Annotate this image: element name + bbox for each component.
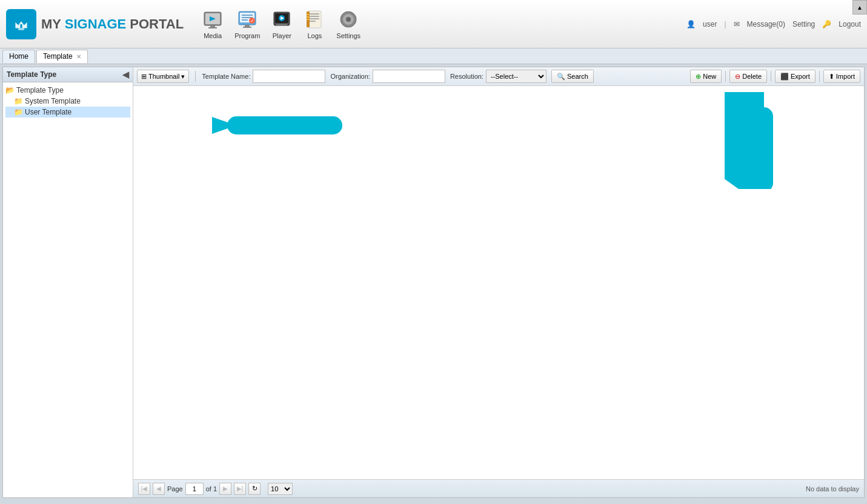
sidebar-collapse-button[interactable]: ◀ — [122, 70, 129, 79]
scroll-top-button[interactable]: ▲ — [852, 0, 867, 15]
logo-area: MY SIGNAGE PORTAL — [6, 9, 184, 39]
new-label: New — [703, 73, 716, 80]
media-icon — [202, 8, 224, 30]
svg-text:✓: ✓ — [250, 18, 254, 24]
program-icon: ✓ — [236, 8, 258, 30]
tab-home[interactable]: Home — [2, 50, 35, 63]
thumbnail-grid-icon: ⊞ — [141, 73, 147, 81]
tree-item-template-type[interactable]: 📂 Template Type — [5, 85, 130, 96]
delete-icon: ⊖ — [735, 73, 740, 81]
svg-rect-22 — [310, 16, 319, 17]
tree-item-user-template[interactable]: 📁 User Template — [5, 107, 130, 118]
header-right: 👤 user | ✉ Message(0) Setting 🔑 Logout — [686, 20, 861, 28]
nav-settings[interactable]: Settings — [336, 8, 360, 39]
page-next-button[interactable]: ▶ — [219, 483, 231, 495]
search-icon: 🔍 — [557, 73, 565, 81]
user-link[interactable]: user — [703, 20, 717, 28]
nav-program-label: Program — [234, 32, 260, 39]
template-name-label: Template Name: — [202, 73, 250, 80]
page-size-select[interactable]: 10 20 50 100 — [268, 483, 293, 495]
tabs-bar: Home Template ✕ — [0, 48, 867, 64]
tree-item-label: Template Type — [16, 86, 64, 94]
separator — [725, 71, 726, 82]
separator — [771, 71, 771, 82]
resolution-label: Resolution: — [450, 73, 483, 80]
panel-container: Template Type ◀ 📂 Template Type 📁 System… — [3, 67, 864, 497]
svg-rect-34 — [340, 19, 343, 20]
svg-rect-33 — [348, 25, 349, 27]
svg-rect-4 — [208, 27, 217, 28]
template-name-group: Template Name: — [202, 70, 325, 83]
right-content: ⊞ Thumbnail ▾ Template Name: Organizatio… — [133, 67, 864, 497]
tab-template-close[interactable]: ✕ — [76, 53, 81, 60]
svg-rect-12 — [243, 27, 251, 28]
page-first-button[interactable]: |◀ — [138, 483, 150, 495]
export-icon: ⬛ — [780, 73, 789, 81]
svg-rect-11 — [245, 25, 250, 27]
search-group: 🔍 Search — [551, 70, 594, 83]
resolution-select[interactable]: --Select-- 1920x1080 1280x720 1024x768 8… — [486, 70, 546, 83]
svg-rect-3 — [210, 25, 215, 27]
setting-link[interactable]: Setting — [792, 20, 815, 28]
search-button[interactable]: 🔍 Search — [551, 70, 594, 83]
logo-signage: SIGNAGE — [65, 16, 126, 31]
organization-label: Organization: — [330, 73, 370, 80]
logo-my: MY — [41, 16, 61, 31]
separator — [819, 71, 820, 82]
delete-button[interactable]: ⊖ Delete — [729, 70, 767, 83]
tree-item-label: User Template — [25, 108, 71, 116]
content-area — [133, 86, 864, 479]
organization-input[interactable] — [373, 70, 445, 83]
nav-player-label: Player — [273, 32, 291, 39]
logout-link[interactable]: Logout — [839, 20, 861, 28]
thumbnail-group: ⊞ Thumbnail ▾ — [137, 70, 189, 83]
page-refresh-button[interactable]: ↻ — [248, 483, 261, 495]
page-prev-button[interactable]: ◀ — [153, 483, 165, 495]
no-data-label: No data to display — [806, 485, 859, 492]
search-label: Search — [567, 73, 588, 80]
nav-player[interactable]: Player — [271, 8, 293, 39]
main-content: Template Type ◀ 📂 Template Type 📁 System… — [2, 67, 865, 498]
action-buttons: ⊕ New ⊖ Delete ⬛ Export — [690, 70, 860, 83]
export-button[interactable]: ⬛ Export — [775, 70, 816, 83]
sidebar-tree: 📂 Template Type 📁 System Template 📁 User… — [3, 82, 133, 497]
left-arrow-annotation — [212, 92, 345, 161]
up-arrow-annotation — [725, 92, 803, 191]
page-number-input[interactable] — [185, 483, 204, 495]
svg-rect-32 — [348, 12, 349, 14]
template-name-input[interactable] — [253, 70, 325, 83]
page-of-label: of 1 — [206, 485, 217, 492]
thumbnail-button[interactable]: ⊞ Thumbnail ▾ — [137, 70, 189, 83]
player-icon — [271, 8, 293, 30]
svg-rect-24 — [310, 21, 316, 22]
resolution-group: Resolution: --Select-- 1920x1080 1280x72… — [450, 70, 546, 83]
sidebar-header: Template Type ◀ — [3, 67, 133, 82]
svg-point-31 — [346, 17, 351, 22]
nav-logs[interactable]: Logs — [304, 8, 325, 39]
svg-rect-35 — [354, 19, 356, 20]
page-last-button[interactable]: ▶| — [234, 483, 246, 495]
tab-template-label: Template — [43, 52, 73, 61]
app-header: MY SIGNAGE PORTAL Media — [0, 0, 867, 48]
logo-icon — [6, 9, 36, 39]
import-button[interactable]: ⬆ Import — [823, 70, 860, 83]
new-button[interactable]: ⊕ New — [690, 70, 722, 83]
delete-label: Delete — [742, 73, 762, 80]
navigation-bar: Media ✓ Program — [202, 8, 686, 39]
nav-program[interactable]: ✓ Program — [234, 8, 260, 39]
nav-media[interactable]: Media — [202, 8, 224, 39]
message-link[interactable]: Message(0) — [747, 20, 785, 28]
tab-template[interactable]: Template ✕ — [36, 50, 88, 63]
folder-open-icon: 📂 — [5, 86, 15, 94]
separator — [195, 71, 196, 82]
folder-icon: 📁 — [14, 97, 23, 105]
tree-item-label: System Template — [25, 97, 81, 105]
nav-logs-label: Logs — [307, 32, 322, 39]
thumbnail-label: Thumbnail — [148, 73, 179, 80]
svg-rect-26 — [307, 14, 309, 15]
nav-settings-label: Settings — [336, 32, 360, 39]
svg-rect-28 — [307, 19, 309, 20]
svg-rect-21 — [310, 13, 319, 15]
toolbar: ⊞ Thumbnail ▾ Template Name: Organizatio… — [133, 67, 864, 86]
tree-item-system-template[interactable]: 📁 System Template — [5, 96, 130, 107]
